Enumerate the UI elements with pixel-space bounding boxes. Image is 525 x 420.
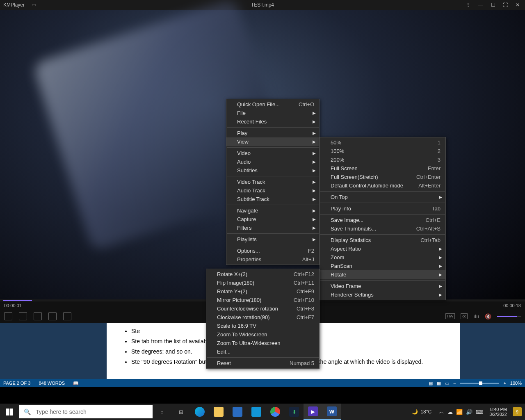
task-view-icon[interactable]: ⊞ <box>171 404 190 420</box>
vr-icon[interactable] <box>34 312 42 320</box>
view-menu-item[interactable]: Full Screen(Stretch)Ctrl+Enter <box>320 173 445 181</box>
web-layout-icon[interactable]: ▭ <box>445 381 449 386</box>
weather-widget[interactable]: 🌙 18°C <box>408 409 436 415</box>
close-icon[interactable]: ✕ <box>514 2 521 8</box>
view-menu-item[interactable]: PanScan▶ <box>320 262 445 270</box>
cortana-icon[interactable]: ○ <box>153 404 171 420</box>
crop-icon[interactable] <box>63 312 71 320</box>
explorer-icon[interactable] <box>209 404 228 420</box>
equalizer-icon[interactable]: ılıı <box>473 313 479 320</box>
main-menu-item[interactable]: Capture▶ <box>226 215 319 224</box>
taskbar-search[interactable]: 🔍 Type here to search <box>19 405 153 418</box>
zoom-slider[interactable] <box>460 383 499 384</box>
chevron-right-icon: ▶ <box>439 272 442 277</box>
rotate-menu-item[interactable]: Mirror Picture(180)Ctrl+F10 <box>206 296 319 304</box>
view-menu-item[interactable]: 50%1 <box>320 138 445 147</box>
view-menu-item[interactable]: Zoom▶ <box>320 253 445 262</box>
download-icon[interactable] <box>19 312 27 320</box>
rotate-menu-item[interactable]: Edit... <box>206 347 319 356</box>
restore-icon[interactable]: ☐ <box>490 2 496 8</box>
edge-icon[interactable] <box>190 404 209 420</box>
action-center-icon[interactable]: 9 <box>513 407 522 416</box>
menu-item-label: Video <box>237 150 314 156</box>
proofing-icon[interactable]: 📖 <box>73 381 79 386</box>
rotate-menu-item[interactable]: Rotate Y+(2)Ctrl+F9 <box>206 287 319 296</box>
rotate-menu-item[interactable]: Counterclockwise rotationCtrl+F8 <box>206 304 319 313</box>
main-menu-item[interactable]: Playlists▶ <box>226 235 319 244</box>
volume-slider[interactable] <box>497 316 521 317</box>
main-menu-item[interactable]: Video▶ <box>226 149 319 158</box>
word-taskbar-icon[interactable]: W <box>322 404 341 420</box>
main-menu-item[interactable]: Filters▶ <box>226 224 319 232</box>
view-menu-item[interactable]: Display StatisticsCtrl+Tab <box>320 236 445 244</box>
read-mode-icon[interactable]: ▤ <box>429 381 433 386</box>
word-count[interactable]: 848 WORDS <box>39 381 65 386</box>
rotate-menu-item[interactable]: Rotate X+(2)Ctrl+F12 <box>206 270 319 278</box>
main-menu-item[interactable]: Video Track▶ <box>226 178 319 186</box>
zoom-out-icon[interactable]: − <box>453 381 456 386</box>
print-layout-icon[interactable]: ▦ <box>437 381 441 386</box>
main-menu-item[interactable]: Quick Open File...Ctrl+O <box>226 100 319 109</box>
view-menu-item[interactable]: Rotate▶ <box>320 270 445 279</box>
wifi-icon[interactable]: 📶 <box>456 409 463 415</box>
view-menu-item[interactable]: On Top▶ <box>320 193 445 201</box>
main-menu-item[interactable]: Options...F2 <box>226 247 319 255</box>
playlist-icon[interactable] <box>4 312 12 320</box>
view-menu-item[interactable]: Play infoTab <box>320 204 445 213</box>
rotate-menu-item[interactable]: Flip Image(180)Ctrl+F11 <box>206 278 319 287</box>
view-menu-item[interactable]: 100%2 <box>320 147 445 155</box>
share-icon[interactable]: ⇪ <box>465 2 472 8</box>
time-total: 00:00:18 <box>503 303 521 308</box>
view-menu-item[interactable]: 200%3 <box>320 155 445 164</box>
menu-item-label: File <box>237 110 314 116</box>
rotate-menu-item[interactable]: Zoom To Widescreen <box>206 330 319 339</box>
rotate-menu-item[interactable]: ResetNumpad 5 <box>206 359 319 368</box>
view-menu-item[interactable]: Renderer Settings▶ <box>320 290 445 299</box>
fullscreen-icon[interactable]: ⛶ <box>502 2 509 8</box>
menu-item-label: Edit... <box>217 349 314 355</box>
cube-icon[interactable] <box>48 312 57 320</box>
page-indicator[interactable]: PAGE 2 OF 3 <box>3 381 30 386</box>
main-menu-item[interactable]: Recent Files▶ <box>226 117 319 126</box>
main-menu-item[interactable]: Audio Track▶ <box>226 186 319 195</box>
zoom-percent[interactable]: 100% <box>510 381 522 386</box>
tb-extra-icon[interactable]: ▭ <box>30 2 37 8</box>
clock[interactable]: 8:40 PM 3/2/2022 <box>487 407 509 417</box>
main-menu-item[interactable]: Play▶ <box>226 129 319 137</box>
minimize-icon[interactable]: — <box>477 2 484 8</box>
rotate-menu-item[interactable]: Scale to 16:9 TV <box>206 322 319 330</box>
mail-icon[interactable] <box>247 404 266 420</box>
main-menu-item[interactable]: File▶ <box>226 109 319 117</box>
hw-badge[interactable]: HW <box>445 313 455 319</box>
start-button[interactable] <box>0 404 19 420</box>
menu-item-label: Subtitle Track <box>237 196 314 202</box>
menu-item-label: Video Frame <box>331 283 441 289</box>
chevron-right-icon: ▶ <box>313 180 316 184</box>
sound-icon[interactable]: 🔊 <box>466 409 472 415</box>
chevron-right-icon: ▶ <box>313 160 316 164</box>
main-menu-item[interactable]: View▶ <box>226 137 319 146</box>
main-menu-item[interactable]: Navigate▶ <box>226 206 319 215</box>
app-green-icon[interactable]: ⬇ <box>285 404 304 420</box>
rotate-menu-item[interactable]: Zoom To Ultra-Widescreen <box>206 339 319 347</box>
language-icon[interactable]: ⌨ <box>476 409 484 415</box>
mute-icon[interactable]: 🔇 <box>485 313 491 320</box>
kmplayer-taskbar-icon[interactable]: ▶ <box>304 404 322 420</box>
cc-badge[interactable]: cc <box>461 313 468 319</box>
view-menu-item[interactable]: Video Frame▶ <box>320 282 445 290</box>
main-menu-item[interactable]: Subtitle Track▶ <box>226 195 319 203</box>
onedrive-icon[interactable]: ☁ <box>447 409 453 415</box>
view-menu-item[interactable]: Aspect Ratio▶ <box>320 244 445 253</box>
store-icon[interactable] <box>228 404 247 420</box>
view-menu-item[interactable]: Default Control Autohide modeAlt+Enter <box>320 181 445 190</box>
view-menu-item[interactable]: Save Thumbnails...Ctrl+Alt+S <box>320 224 445 233</box>
chrome-icon[interactable] <box>266 404 285 420</box>
view-menu-item[interactable]: Full ScreenEnter <box>320 164 445 173</box>
rotate-menu-item[interactable]: Clockwise rotation(90)Ctrl+F7 <box>206 313 319 322</box>
view-menu-item[interactable]: Save Image...Ctrl+E <box>320 216 445 224</box>
main-menu-item[interactable]: Audio▶ <box>226 158 319 166</box>
main-menu-item[interactable]: Subtitles▶ <box>226 166 319 175</box>
zoom-in-icon[interactable]: + <box>503 381 506 386</box>
tray-chevron-up-icon[interactable]: ︿ <box>439 408 444 415</box>
main-menu-item[interactable]: PropertiesAlt+J <box>226 255 319 264</box>
